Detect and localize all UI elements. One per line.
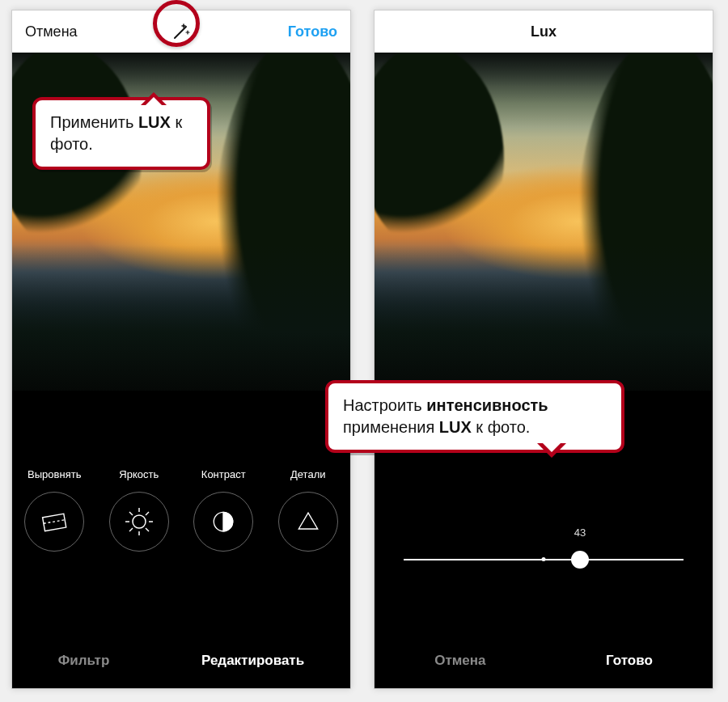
contrast-icon	[209, 507, 238, 536]
done-button[interactable]: Готово	[606, 653, 653, 669]
cancel-button[interactable]: Отмена	[434, 653, 485, 669]
tool-label: Контраст	[201, 468, 246, 480]
tool-contrast[interactable]: Контраст	[185, 468, 261, 552]
adjust-icon	[39, 506, 70, 537]
structure-icon	[294, 507, 323, 536]
svg-point-2	[133, 515, 146, 528]
cancel-button[interactable]: Отмена	[25, 23, 78, 40]
tool-circle	[24, 492, 84, 552]
done-button[interactable]: Готово	[288, 23, 337, 40]
callout-bold: LUX	[439, 418, 472, 436]
tool-circle	[193, 492, 253, 552]
callout-bold: интенсивность	[426, 396, 548, 414]
bottom-tabs: Фильтр Редактировать	[12, 632, 350, 689]
tool-label: Детали	[290, 468, 326, 480]
svg-line-10	[129, 528, 133, 531]
tab-filter[interactable]: Фильтр	[58, 653, 109, 669]
callout-text: к фото.	[472, 418, 531, 436]
tool-brightness[interactable]: Яркость	[101, 468, 177, 552]
annotation-callout-intensity: Настроить интенсивность применения LUX к…	[325, 380, 624, 453]
callout-text: Применить	[50, 113, 138, 131]
tool-adjust[interactable]: Выровнять	[16, 468, 92, 552]
brightness-icon	[123, 505, 155, 538]
page-title: Lux	[375, 23, 713, 40]
annotation-callout-lux: Применить LUX к фото.	[32, 97, 210, 170]
callout-text: Настроить	[343, 396, 426, 414]
callout-bold: LUX	[138, 113, 171, 131]
svg-rect-0	[43, 514, 66, 531]
callout-text: применения	[343, 418, 439, 436]
svg-line-8	[146, 528, 149, 531]
tool-circle	[109, 492, 169, 552]
tool-label: Выровнять	[28, 468, 81, 480]
tool-row: Выровнять Яркость	[12, 391, 350, 552]
lux-slider[interactable]: 43	[404, 543, 684, 575]
tab-edit[interactable]: Редактировать	[201, 653, 304, 669]
slider-origin-dot	[542, 557, 546, 561]
svg-line-7	[129, 512, 133, 515]
editor-panel: Выровнять Яркость	[12, 391, 350, 689]
svg-line-1	[44, 520, 65, 524]
topbar: Lux	[375, 11, 713, 53]
tool-structure[interactable]: Детали	[270, 468, 346, 552]
phone-screen-lux: Lux 43 Отмена Готово	[374, 10, 713, 689]
bottom-tabs: Отмена Готово	[375, 632, 713, 689]
photo-preview	[375, 53, 713, 391]
slider-thumb[interactable]	[571, 551, 589, 569]
svg-line-9	[146, 512, 149, 515]
tool-circle	[278, 492, 338, 552]
annotation-ring	[153, 0, 200, 47]
tool-label: Яркость	[119, 468, 159, 480]
slider-value: 43	[574, 526, 586, 539]
